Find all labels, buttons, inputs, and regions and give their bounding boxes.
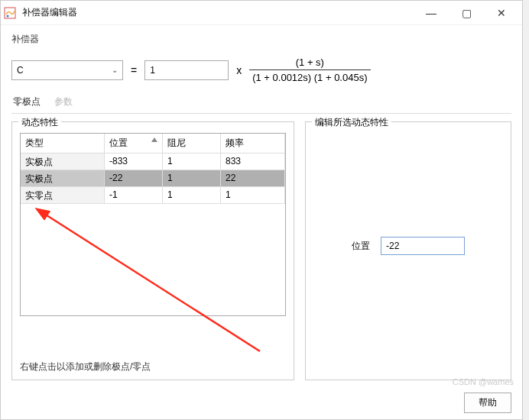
compensator-label: 补偿器 [11, 33, 511, 46]
location-value: -22 [386, 241, 399, 251]
tf-numerator: (1 + s) [293, 57, 327, 69]
table-row[interactable]: 实零点 -1 1 1 [21, 187, 285, 204]
location-input[interactable]: -22 [381, 237, 465, 255]
td-freq: 833 [221, 153, 285, 170]
chevron-down-icon: ⌄ [112, 66, 118, 74]
table-row[interactable]: 实极点 -833 1 833 [21, 153, 285, 170]
td-freq: 1 [221, 187, 285, 204]
td-damping: 1 [163, 187, 221, 204]
edit-legend: 编辑所选动态特性 [312, 116, 391, 129]
gain-value: 1 [150, 65, 155, 76]
edit-row: 位置 -22 [313, 237, 503, 255]
edit-panel: 编辑所选动态特性 位置 -22 [305, 121, 511, 380]
dynamics-table[interactable]: 类型 位置 阻尼 频率 实极点 -833 1 833 实极点 [20, 133, 286, 316]
transfer-function: (1 + s) (1 + 0.0012s) (1 + 0.045s) [249, 57, 370, 83]
td-location: -1 [105, 187, 163, 204]
tab-polezero[interactable]: 零极点 [11, 92, 42, 113]
help-button[interactable]: 帮助 [464, 393, 511, 413]
td-freq: 22 [221, 170, 285, 187]
compensator-select[interactable]: C ⌄ [11, 60, 123, 80]
window: 补偿器编辑器 — ▢ ✕ 补偿器 C ⌄ = 1 x (1 + s) (1 + … [0, 0, 523, 420]
svg-point-1 [7, 15, 9, 17]
titlebar: 补偿器编辑器 — ▢ ✕ [1, 1, 522, 25]
app-icon [4, 7, 16, 19]
maximize-button[interactable]: ▢ [449, 2, 484, 24]
multiply-sign: x [236, 64, 242, 76]
window-controls: — ▢ ✕ [414, 2, 519, 24]
equals-sign: = [131, 64, 137, 76]
th-location[interactable]: 位置 [105, 134, 163, 153]
th-type[interactable]: 类型 [21, 134, 105, 153]
td-damping: 1 [163, 153, 221, 170]
td-location: -22 [105, 170, 163, 187]
footer: 帮助 [1, 386, 522, 419]
close-button[interactable]: ✕ [484, 2, 519, 24]
sort-indicator-icon [151, 137, 157, 142]
th-damping[interactable]: 阻尼 [163, 134, 221, 153]
table-body: 实极点 -833 1 833 实极点 -22 1 22 实零点 [21, 153, 285, 204]
tab-bar: 零极点 参数 [11, 92, 511, 114]
dynamics-legend: 动态特性 [18, 116, 61, 129]
dynamics-panel: 动态特性 类型 位置 阻尼 频率 实极点 -833 1 833 [11, 121, 294, 380]
window-title: 补偿器编辑器 [22, 6, 414, 19]
tab-parameters: 参数 [53, 92, 74, 113]
table-row[interactable]: 实极点 -22 1 22 [21, 170, 285, 187]
table-header: 类型 位置 阻尼 频率 [21, 134, 285, 153]
context-hint: 右键点击以添加或删除极点/零点 [20, 342, 286, 373]
location-label: 位置 [352, 240, 370, 253]
compensator-row: C ⌄ = 1 x (1 + s) (1 + 0.0012s) (1 + 0.0… [11, 57, 511, 83]
minimize-button[interactable]: — [414, 2, 449, 24]
td-location: -833 [105, 153, 163, 170]
tf-denominator: (1 + 0.0012s) (1 + 0.045s) [249, 70, 370, 83]
panels: 动态特性 类型 位置 阻尼 频率 实极点 -833 1 833 [11, 121, 511, 380]
td-type: 实极点 [21, 170, 105, 187]
th-freq[interactable]: 频率 [221, 134, 285, 153]
gain-input[interactable]: 1 [144, 60, 229, 80]
td-damping: 1 [163, 170, 221, 187]
content-area: 补偿器 C ⌄ = 1 x (1 + s) (1 + 0.0012s) (1 +… [1, 25, 522, 386]
compensator-select-value: C [17, 65, 112, 76]
td-type: 实极点 [21, 153, 105, 170]
td-type: 实零点 [21, 187, 105, 204]
